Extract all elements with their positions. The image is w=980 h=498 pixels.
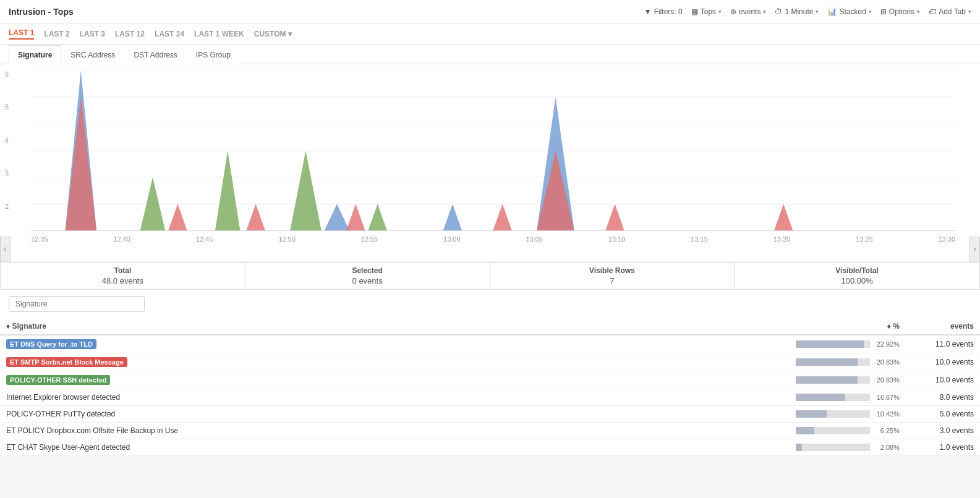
- bar-fill: [796, 376, 858, 384]
- tops-label: Tops: [701, 7, 716, 16]
- tab-signature[interactable]: Signature: [9, 45, 61, 64]
- cell-pct: 22.92%: [770, 335, 906, 353]
- cell-signature: ET CHAT Skype User-Agent detected: [0, 439, 770, 456]
- chart-bar-blue-2: [325, 204, 349, 230]
- chart-bar-red-4: [346, 204, 365, 230]
- selected-value: 0 events: [252, 276, 484, 285]
- chart-icon: 📊: [827, 7, 837, 16]
- tops-arrow: ▾: [718, 9, 722, 15]
- options-control[interactable]: ⊞ Options ▾: [880, 7, 920, 16]
- page-title: Intrusion - Tops: [9, 7, 74, 17]
- total-value: 48.0 events: [7, 276, 239, 285]
- stacked-control[interactable]: 📊 Stacked ▾: [827, 7, 871, 16]
- options-arrow: ▾: [917, 9, 920, 15]
- ratio-label: Visible/Total: [741, 266, 973, 275]
- data-table: ♦ Signature ♦ % events ET DNS Query for …: [0, 318, 980, 456]
- tab-srcaddress[interactable]: SRC Address: [61, 45, 124, 64]
- chart-bar-red-2: [168, 204, 187, 230]
- chart-bar-green-3: [290, 151, 322, 230]
- x-label: 12:50: [278, 235, 296, 243]
- bar-fill: [796, 394, 845, 401]
- topbar: Intrusion - Tops ▼ Filters: 0 ▦ Tops ▾ ⊕…: [0, 0, 980, 23]
- search-bar: [0, 290, 980, 318]
- cell-signature: ET POLICY Dropbox.com Offsite File Backu…: [0, 423, 770, 439]
- table-row: Internet Explorer browser detected16.67%…: [0, 389, 980, 406]
- events-control[interactable]: ⊕ events ▾: [730, 7, 766, 16]
- ratio-value: 100.00%: [741, 276, 973, 285]
- cell-pct: 6.25%: [770, 423, 906, 439]
- visible-value: 7: [496, 276, 728, 285]
- addtab-control[interactable]: 🏷 Add Tab ▾: [929, 7, 971, 16]
- stat-selected: Selected 0 events: [245, 263, 490, 289]
- grid-icon: ⊞: [880, 7, 887, 16]
- options-label: Options: [889, 7, 914, 16]
- sig-badge: ET SMTP Sorbs.net Block Message: [6, 357, 127, 367]
- table-row: ET POLICY Dropbox.com Offsite File Backu…: [0, 423, 980, 439]
- x-label: 13:20: [773, 235, 791, 243]
- tab-dstaddress[interactable]: DST Address: [124, 45, 186, 64]
- cell-pct: 2.08%: [770, 439, 906, 456]
- total-label: Total: [7, 266, 239, 275]
- tab-ipsgroup[interactable]: IPS Group: [187, 45, 240, 64]
- nav-left[interactable]: ‹: [0, 237, 11, 261]
- timebar-btn-last1week[interactable]: LAST 1 WEEK: [194, 30, 244, 38]
- visible-label: Visible Rows: [496, 266, 728, 275]
- timebar-btn-last2[interactable]: LAST 2: [44, 30, 69, 38]
- cell-signature: Internet Explorer browser detected: [0, 389, 770, 406]
- sig-badge: POLICY-OTHER SSH detected: [6, 375, 110, 385]
- addtab-arrow: ▾: [968, 9, 971, 15]
- col-pct[interactable]: ♦ %: [770, 318, 906, 335]
- chart-bar-red-3: [246, 204, 265, 230]
- bar-pct-label: 6.25%: [874, 427, 900, 434]
- cell-pct: 20.83%: [770, 371, 906, 389]
- stacked-arrow: ▾: [869, 9, 872, 15]
- tabbar: SignatureSRC AddressDST AddressIPS Group: [0, 45, 980, 64]
- y-label-5: 5: [5, 103, 9, 111]
- right-arrow-icon: ›: [973, 243, 976, 254]
- main-content: 6 5 4 3 2 1 12:3512:4012:4512:5012:5513:…: [0, 64, 980, 456]
- interval-control[interactable]: ⏱ 1 Minute ▾: [775, 7, 819, 16]
- sig-badge: ET DNS Query for .to TLD: [6, 339, 96, 349]
- cell-events: 3.0 events: [906, 423, 980, 439]
- chart-bar-red-5: [493, 204, 512, 230]
- table-row: POLICY-OTHER PuTTy detected10.42%5.0 eve…: [0, 406, 980, 423]
- bar-pct-label: 2.08%: [874, 444, 900, 451]
- x-axis: 12:3512:4012:4512:5012:5513:0013:0513:10…: [31, 233, 955, 243]
- col-signature[interactable]: ♦ Signature: [0, 318, 770, 335]
- search-input[interactable]: [9, 296, 145, 312]
- tops-control[interactable]: ▦ Tops ▾: [691, 7, 722, 16]
- x-label: 13:30: [938, 235, 955, 243]
- col-events[interactable]: events: [906, 318, 980, 335]
- interval-arrow: ▾: [816, 9, 819, 15]
- x-label: 13:10: [608, 235, 626, 243]
- chart-bar-red-7: [605, 204, 624, 230]
- bar-fill: [796, 410, 827, 418]
- stats-bar: Total 48.0 events Selected 0 events Visi…: [0, 262, 980, 290]
- chart-bar-green-4: [368, 204, 386, 230]
- x-label: 12:45: [196, 235, 213, 243]
- filters-label: Filters: 0: [654, 7, 683, 16]
- timebar-btn-last3[interactable]: LAST 3: [80, 30, 105, 38]
- chart-bar-red-1: [66, 97, 97, 230]
- table-row: ET CHAT Skype User-Agent detected2.08%1.…: [0, 439, 980, 456]
- nav-right[interactable]: ›: [969, 237, 980, 261]
- timebar-btn-custom[interactable]: CUSTOM ▾: [254, 30, 292, 38]
- left-arrow-icon: ‹: [4, 243, 7, 254]
- x-label: 13:15: [691, 235, 708, 243]
- cell-signature: ET DNS Query for .to TLD: [0, 335, 770, 353]
- timebar-btn-last1[interactable]: LAST 1: [9, 28, 34, 40]
- y-axis: 6 5 4 3 2 1: [5, 70, 9, 243]
- bar-pct-label: 16.67%: [874, 394, 900, 401]
- filters-control[interactable]: ▼ Filters: 0: [644, 7, 683, 16]
- tops-icon: ▦: [691, 7, 698, 16]
- topbar-controls: ▼ Filters: 0 ▦ Tops ▾ ⊕ events ▾ ⏱ 1 Min…: [644, 7, 971, 16]
- cell-events: 11.0 events: [906, 335, 980, 353]
- x-label: 12:55: [361, 235, 378, 243]
- bar-pct-label: 20.83%: [874, 358, 900, 366]
- stat-ratio: Visible/Total 100.00%: [735, 263, 979, 289]
- bar-pct-label: 22.92%: [874, 340, 900, 348]
- cell-pct: 20.83%: [770, 353, 906, 371]
- timebar-btn-last12[interactable]: LAST 12: [115, 30, 145, 38]
- x-label: 12:40: [113, 235, 130, 243]
- timebar-btn-last24[interactable]: LAST 24: [155, 30, 184, 38]
